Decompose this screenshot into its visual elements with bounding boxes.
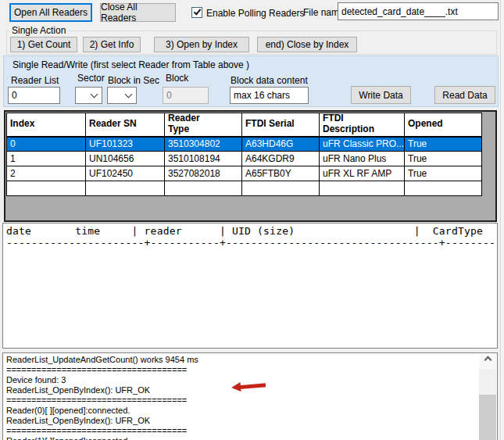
- close-by-index-button[interactable]: end) Close by Index: [257, 37, 357, 52]
- chevron-down-icon: [91, 91, 98, 98]
- table-cell[interactable]: 3510304802: [165, 137, 242, 152]
- table-cell[interactable]: True: [405, 137, 482, 152]
- table-cell[interactable]: [165, 181, 242, 196]
- console-log-line: Reader(1)[ ][opened]:connected.: [6, 436, 477, 440]
- table-cell[interactable]: [242, 181, 320, 196]
- console-log-line: ====================================: [6, 365, 477, 375]
- block-label: Block: [166, 73, 188, 84]
- chevron-up-icon: [484, 356, 491, 364]
- block-data-content-label: Block data content: [231, 75, 308, 86]
- write-data-button[interactable]: Write Data: [351, 86, 411, 104]
- table-cell[interactable]: uFR Classic PRO...: [320, 137, 405, 152]
- column-header[interactable]: FTDI Serial: [242, 113, 320, 137]
- table-cell[interactable]: 1: [7, 152, 86, 166]
- open-by-index-button[interactable]: 3) Open by Index: [154, 37, 249, 52]
- block-input: 0: [163, 87, 209, 104]
- read-data-button[interactable]: Read Data: [434, 86, 495, 104]
- table-cell[interactable]: UF102450: [86, 166, 165, 181]
- column-header[interactable]: FTDI Description: [320, 113, 405, 137]
- detected-cards-list[interactable]: date time | reader | UID (size) | CardTy…: [2, 223, 498, 349]
- window-right-edge: [500, 0, 504, 440]
- readers-table: IndexReader SNReader TypeFTDI SerialFTDI…: [6, 113, 482, 196]
- table-cell[interactable]: 0: [7, 137, 86, 152]
- get-count-button[interactable]: 1) Get Count: [10, 37, 77, 52]
- table-cell[interactable]: A65FTB0Y: [242, 166, 320, 181]
- scroll-up-button[interactable]: [479, 354, 496, 370]
- single-read-write-title: Single Read/Write (first select Reader f…: [13, 59, 249, 70]
- table-cell[interactable]: [405, 181, 482, 196]
- table-row[interactable]: 0UF1013233510304802A63HD46GuFR Classic P…: [7, 137, 482, 152]
- enable-polling-label: Enable Polling Readers: [206, 8, 304, 19]
- table-row[interactable]: 1UN1046563510108194A64KGDR9uFR Nano Plus…: [7, 152, 482, 166]
- card-log-separator: ----------------------+-----------+-----…: [6, 237, 497, 249]
- ufr-reader-app-window: { "toolbar": { "open_all_label": "Open A…: [0, 0, 504, 440]
- console-log-scrollbar[interactable]: [479, 354, 496, 440]
- console-log-text: ReaderList_UpdateAndGetCount() works 945…: [6, 355, 477, 440]
- single-action-title: Single Action: [9, 25, 68, 36]
- console-log-line: ReaderList_OpenByIndex(): UFR_OK: [6, 416, 477, 426]
- console-log-line: Reader(0)[ ][opened]:connected.: [6, 406, 477, 416]
- readers-table-container: IndexReader SNReader TypeFTDI SerialFTDI…: [4, 110, 497, 222]
- table-cell[interactable]: A64KGDR9: [242, 152, 320, 166]
- readers-table-header-row: IndexReader SNReader TypeFTDI SerialFTDI…: [7, 113, 482, 137]
- table-cell[interactable]: uFR Nano Plus: [320, 152, 405, 166]
- block-in-sec-combobox[interactable]: [107, 87, 137, 104]
- sector-label: Sector: [77, 73, 105, 84]
- get-info-button[interactable]: 2) Get Info: [83, 37, 141, 52]
- column-header[interactable]: Reader SN: [86, 113, 165, 137]
- table-cell[interactable]: True: [405, 166, 482, 181]
- single-action-groupbox: [6, 30, 497, 55]
- enable-polling-checkbox[interactable]: [191, 7, 202, 18]
- table-cell[interactable]: uFR XL RF AMP: [320, 166, 405, 181]
- table-cell[interactable]: True: [405, 152, 482, 166]
- console-log-line: ====================================: [6, 395, 477, 406]
- reader-list-label: Reader List: [11, 75, 59, 86]
- table-cell[interactable]: 3527082018: [165, 166, 242, 181]
- console-log-line: ====================================: [6, 426, 477, 436]
- table-cell[interactable]: A63HD46G: [242, 137, 320, 152]
- chevron-down-icon: [125, 91, 133, 98]
- table-row[interactable]: 2UF1024503527082018A65FTB0YuFR XL RF AMP…: [7, 166, 482, 181]
- table-cell[interactable]: [7, 181, 86, 196]
- close-all-readers-button[interactable]: Close All Readers: [100, 3, 176, 22]
- reader-list-input[interactable]: 0: [8, 87, 60, 104]
- block-data-content-input[interactable]: max 16 chars: [230, 87, 309, 104]
- scrollbar-thumb[interactable]: [479, 395, 496, 440]
- file-name-input[interactable]: detected_card_date____.txt: [338, 2, 499, 20]
- table-cell[interactable]: 3510108194: [165, 152, 242, 166]
- open-all-readers-button[interactable]: Open All Readers: [9, 3, 92, 22]
- table-cell[interactable]: [320, 181, 405, 196]
- checkmark-icon: [193, 7, 201, 15]
- table-cell[interactable]: UF101323: [86, 137, 165, 152]
- column-header[interactable]: Index: [7, 113, 86, 137]
- table-cell[interactable]: UN104656: [86, 152, 165, 166]
- card-log-header: date time | reader | UID (size) | CardTy…: [6, 225, 497, 237]
- console-log-box[interactable]: ReaderList_UpdateAndGetCount() works 945…: [2, 352, 498, 440]
- column-header[interactable]: Opened: [405, 113, 482, 137]
- column-header[interactable]: Reader Type: [165, 113, 242, 137]
- arrow-tail: [239, 383, 266, 389]
- table-cell[interactable]: 2: [7, 166, 86, 181]
- console-log-line: ReaderList_UpdateAndGetCount() works 945…: [6, 355, 477, 365]
- table-cell[interactable]: [86, 181, 165, 196]
- block-in-sec-label: Block in Sec: [108, 75, 159, 86]
- sector-combobox[interactable]: [75, 87, 102, 104]
- table-row[interactable]: [7, 181, 482, 196]
